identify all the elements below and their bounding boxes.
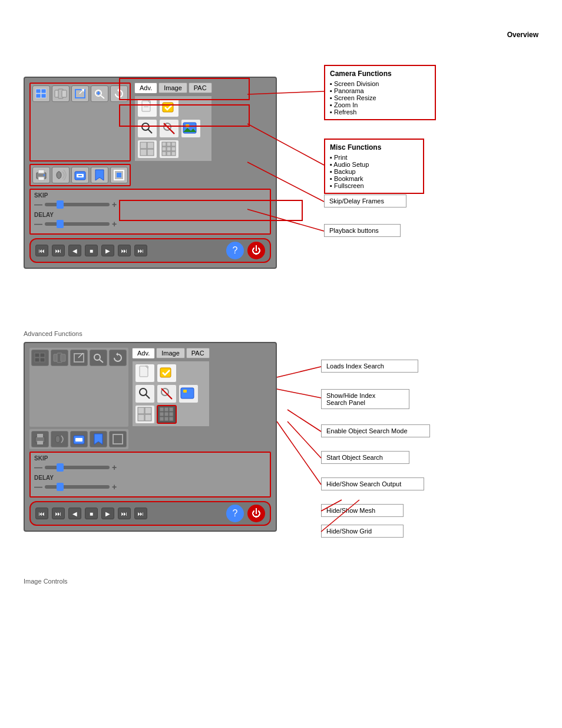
- screen-division-btn[interactable]: [32, 85, 50, 102]
- panorama-btn[interactable]: [52, 85, 70, 102]
- refresh-btn[interactable]: [110, 85, 128, 102]
- help-btn[interactable]: ?: [226, 242, 244, 259]
- pb-rewind[interactable]: ◀: [68, 245, 81, 256]
- image-icon-btn[interactable]: [181, 119, 201, 138]
- misc-functions-title: Misc Functions: [330, 143, 418, 151]
- power-btn[interactable]: ⏻: [247, 242, 265, 259]
- svg-rect-59: [40, 353, 45, 357]
- p2-skip-thumb[interactable]: [57, 463, 64, 472]
- skip-plus[interactable]: +: [112, 200, 117, 209]
- print-btn[interactable]: [32, 167, 50, 183]
- hide-show-output-label: Hide/Show Search Output: [326, 480, 401, 487]
- svg-line-21: [148, 129, 152, 133]
- cf-item-5: Refresh: [330, 108, 430, 116]
- bookmark-btn[interactable]: [91, 167, 108, 183]
- p2-audio-btn[interactable]: [51, 431, 68, 447]
- p2-tab-adv[interactable]: Adv.: [132, 348, 155, 358]
- p2-panorama-btn[interactable]: [51, 350, 68, 366]
- p2-delay-minus[interactable]: —: [34, 482, 42, 492]
- skip-label: SKIP: [34, 192, 266, 199]
- p2-yellow-check-btn[interactable]: [157, 364, 177, 383]
- delay-thumb[interactable]: [57, 220, 64, 228]
- p2-skip-track[interactable]: [45, 466, 110, 469]
- tab-pac[interactable]: PAC: [189, 83, 212, 93]
- p2-search-btn[interactable]: [135, 384, 155, 403]
- p2-pb-stop[interactable]: ■: [85, 508, 98, 519]
- pb-skip-start[interactable]: ⏮: [35, 245, 48, 256]
- p2-pb-next[interactable]: ⏭: [118, 508, 131, 519]
- skip-delay-label: Skip/Delay Frames: [329, 197, 384, 205]
- section3: Image Controls: [24, 578, 68, 589]
- delay-track[interactable]: [45, 222, 110, 226]
- p2-tab-pac[interactable]: PAC: [186, 348, 210, 358]
- doc-icon-btn[interactable]: [137, 98, 157, 117]
- p2-power-btn[interactable]: ⏻: [247, 505, 265, 522]
- misc-functions-list: Print Audio Setup Backup Bookmark Fullsc…: [330, 154, 418, 189]
- p2-pb-end[interactable]: ⏭: [134, 508, 147, 519]
- pb-next-frame[interactable]: ⏭: [118, 245, 131, 256]
- delay-minus[interactable]: —: [34, 219, 42, 229]
- pb-prev[interactable]: ⏭: [52, 245, 65, 256]
- skip-minus[interactable]: —: [34, 200, 42, 209]
- tab-adv[interactable]: Adv.: [134, 83, 157, 93]
- p2-delay-plus[interactable]: +: [112, 482, 117, 492]
- p2-backup-btn[interactable]: [70, 431, 88, 447]
- p2-pb-play[interactable]: ▶: [101, 508, 114, 519]
- pb-stop[interactable]: ■: [85, 245, 98, 256]
- p2-skip-plus[interactable]: +: [112, 463, 117, 472]
- pb-skip-end[interactable]: ⏭: [134, 245, 147, 256]
- p2-zoom-btn[interactable]: [90, 350, 107, 366]
- p2-grid9-btn[interactable]: [157, 405, 177, 424]
- cf-item-2: Panorama: [330, 87, 430, 94]
- delay-plus[interactable]: +: [112, 219, 117, 229]
- misc-functions-callout: Misc Functions Print Audio Setup Backup …: [324, 139, 424, 194]
- p2-image-btn[interactable]: [178, 384, 199, 403]
- crossed-icon-btn[interactable]: [159, 119, 179, 138]
- svg-rect-95: [37, 441, 43, 444]
- grid9-icon-btn[interactable]: [159, 140, 179, 159]
- p2-grid4-btn[interactable]: [135, 405, 155, 424]
- backup-btn[interactable]: [71, 167, 89, 183]
- mf-item-4: Bookmark: [330, 175, 418, 182]
- pb-play[interactable]: ▶: [101, 245, 114, 256]
- p2-skip-minus[interactable]: —: [34, 463, 42, 472]
- loads-index-label: Loads Index Search: [326, 363, 384, 370]
- tab-image[interactable]: Image: [158, 83, 187, 93]
- p2-refresh-btn[interactable]: [109, 350, 127, 366]
- p2-pb-skip-start[interactable]: ⏮: [35, 508, 48, 519]
- p2-tab-image[interactable]: Image: [156, 348, 185, 358]
- svg-rect-38: [167, 151, 171, 156]
- svg-rect-2: [36, 94, 41, 98]
- p2-pb-prev[interactable]: ⏭: [52, 508, 65, 519]
- skip-track[interactable]: [45, 203, 110, 206]
- svg-point-67: [94, 354, 100, 360]
- p2-bookmark-btn[interactable]: [90, 431, 107, 447]
- p2-delay-thumb[interactable]: [57, 483, 64, 491]
- p2-crossed-btn[interactable]: [157, 384, 177, 403]
- p2-fullscreen-btn[interactable]: [109, 431, 127, 447]
- p2-help-btn[interactable]: ?: [226, 505, 244, 522]
- fullscreen-btn[interactable]: [110, 167, 128, 183]
- p2-print-btn[interactable]: [31, 431, 49, 447]
- svg-rect-64: [61, 354, 65, 361]
- cf-item-4: Zoom In: [330, 101, 430, 108]
- sliders-area-2: SKIP — + DELAY — +: [29, 452, 271, 498]
- start-object-label: Start Object Search: [326, 454, 383, 461]
- audio-btn[interactable]: [52, 167, 70, 183]
- mf-item-3: Backup: [330, 168, 418, 175]
- skip-thumb[interactable]: [57, 200, 64, 209]
- p2-doc-btn[interactable]: [135, 364, 155, 383]
- grid4-icon-btn[interactable]: [137, 140, 157, 159]
- svg-rect-26: [186, 124, 189, 127]
- svg-rect-50: [117, 173, 121, 177]
- yellow-check-btn[interactable]: [159, 98, 179, 117]
- p2-resize-btn[interactable]: [70, 350, 88, 366]
- screen-resize-btn[interactable]: [71, 85, 89, 102]
- svg-rect-39: [171, 151, 176, 156]
- search-icon-btn[interactable]: [137, 119, 157, 138]
- dvr-panel-2: Adv. Image PAC: [24, 342, 277, 532]
- p2-delay-track[interactable]: [45, 485, 110, 489]
- zoom-btn[interactable]: [91, 85, 108, 102]
- p2-screen-div-btn[interactable]: [31, 350, 49, 366]
- p2-pb-rewind[interactable]: ◀: [68, 508, 81, 519]
